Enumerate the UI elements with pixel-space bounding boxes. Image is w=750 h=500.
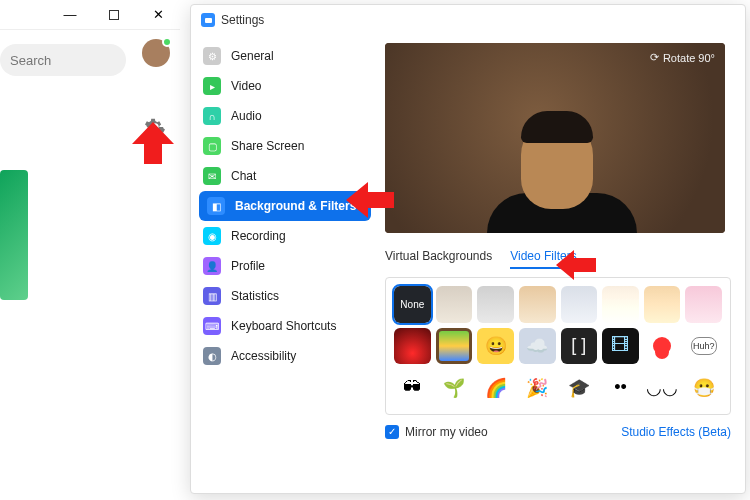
filter-room-bw[interactable]	[477, 286, 514, 323]
recording-icon: ◉	[203, 227, 221, 245]
sidebar-item-statistics[interactable]: ▥Statistics	[191, 281, 379, 311]
filter-face-smile[interactable]: ◡◡	[644, 369, 681, 406]
filter-grad-cap[interactable]: 🎓	[561, 369, 598, 406]
statistics-icon: ▥	[203, 287, 221, 305]
sidebar-item-profile[interactable]: 👤Profile	[191, 251, 379, 281]
filter-room-normal[interactable]	[436, 286, 473, 323]
sidebar-item-audio[interactable]: ∩Audio	[191, 101, 379, 131]
filter-party-hat[interactable]: 🎉	[519, 369, 556, 406]
filter-face-dots[interactable]: ••	[602, 369, 639, 406]
zoom-icon	[201, 13, 215, 27]
check-icon: ✓	[385, 425, 399, 439]
svg-rect-0	[110, 10, 119, 19]
filter-mask[interactable]: 😷	[685, 369, 722, 406]
video-preview: ⟳ Rotate 90°	[385, 43, 725, 233]
sidebar-item-share-screen[interactable]: ▢Share Screen	[191, 131, 379, 161]
filter-none[interactable]: None	[394, 286, 431, 323]
filter-room-cool[interactable]	[561, 286, 598, 323]
filter-sunglasses[interactable]: 🕶	[394, 369, 431, 406]
filter-retro-tv[interactable]	[436, 328, 473, 365]
background-window: — ✕ Search	[0, 0, 180, 500]
filter-cloud[interactable]: ☁️	[519, 328, 556, 365]
filter-ribbon[interactable]	[644, 328, 681, 365]
filters-panel: None 😀 ☁️ [ ] 🎞 Huh? 🕶	[385, 277, 731, 415]
sidebar-item-accessibility[interactable]: ◐Accessibility	[191, 341, 379, 371]
titlebar: — ✕	[0, 0, 180, 30]
general-icon: ⚙	[203, 47, 221, 65]
filter-emoji-frame[interactable]: 😀	[477, 328, 514, 365]
filter-room-bright[interactable]	[602, 286, 639, 323]
filter-room-pink[interactable]	[685, 286, 722, 323]
settings-content: ⟳ Rotate 90° Virtual Backgrounds Video F…	[379, 35, 745, 493]
audio-icon: ∩	[203, 107, 221, 125]
video-icon: ▸	[203, 77, 221, 95]
decorative-shape	[0, 170, 28, 300]
keyboard-icon: ⌨	[203, 317, 221, 335]
chat-icon: ✉	[203, 167, 221, 185]
settings-modal: Settings ⚙General ▸Video ∩Audio ▢Share S…	[190, 4, 746, 494]
maximize-button[interactable]	[92, 0, 136, 30]
gear-icon[interactable]	[144, 116, 166, 138]
presence-indicator	[162, 37, 172, 47]
sidebar-item-video[interactable]: ▸Video	[191, 71, 379, 101]
rotate-icon: ⟳	[650, 51, 659, 64]
filter-room-sepia[interactable]	[644, 286, 681, 323]
share-icon: ▢	[203, 137, 221, 155]
search-input[interactable]: Search	[0, 44, 126, 76]
rotate-button[interactable]: ⟳ Rotate 90°	[650, 51, 715, 64]
minimize-button[interactable]: —	[48, 0, 92, 30]
search-placeholder: Search	[10, 53, 51, 68]
settings-sidebar: ⚙General ▸Video ∩Audio ▢Share Screen ✉Ch…	[191, 35, 379, 493]
sidebar-item-chat[interactable]: ✉Chat	[191, 161, 379, 191]
accessibility-icon: ◐	[203, 347, 221, 365]
filter-rainbow[interactable]: 🌈	[477, 369, 514, 406]
avatar[interactable]	[142, 39, 170, 67]
tab-virtual-backgrounds[interactable]: Virtual Backgrounds	[385, 249, 492, 269]
filter-bracket[interactable]: [ ]	[561, 328, 598, 365]
mirror-checkbox[interactable]: ✓ Mirror my video	[385, 425, 488, 439]
filter-room-warm[interactable]	[519, 286, 556, 323]
profile-icon: 👤	[203, 257, 221, 275]
bgfilters-icon: ◧	[207, 197, 225, 215]
sidebar-item-background-filters[interactable]: ◧Background & Filters	[199, 191, 371, 221]
filter-film[interactable]: 🎞	[602, 328, 639, 365]
filter-theater[interactable]	[394, 328, 431, 365]
sidebar-item-recording[interactable]: ◉Recording	[191, 221, 379, 251]
sidebar-item-keyboard[interactable]: ⌨Keyboard Shortcuts	[191, 311, 379, 341]
settings-title: Settings	[221, 13, 264, 27]
sidebar-item-general[interactable]: ⚙General	[191, 41, 379, 71]
settings-header: Settings	[191, 5, 745, 35]
close-button[interactable]: ✕	[136, 0, 180, 30]
filter-sprout[interactable]: 🌱	[436, 369, 473, 406]
filter-tabs: Virtual Backgrounds Video Filters	[385, 249, 731, 269]
tab-video-filters[interactable]: Video Filters	[510, 249, 576, 269]
studio-effects-link[interactable]: Studio Effects (Beta)	[621, 425, 731, 439]
filter-huh[interactable]: Huh?	[685, 328, 722, 365]
